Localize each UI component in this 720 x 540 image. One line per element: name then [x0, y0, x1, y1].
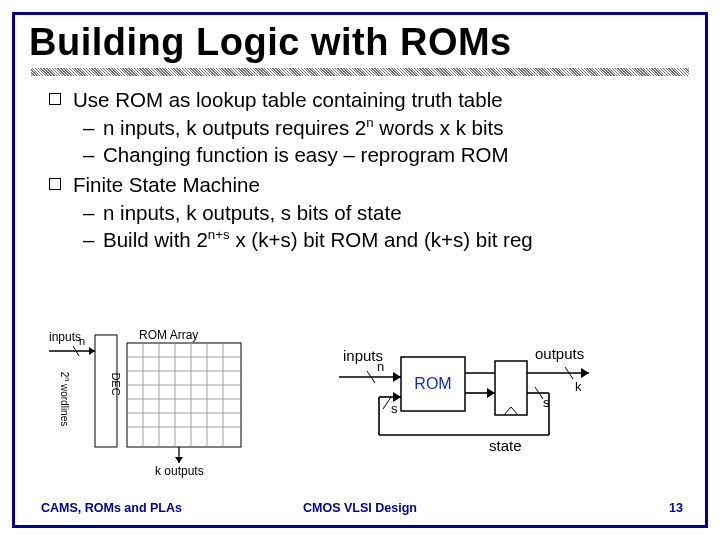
svg-marker-18	[175, 457, 183, 463]
fig-fsm: inputs n ROM outputs k	[339, 345, 589, 454]
bullet-2: Finite State Machine n inputs, k outputs…	[33, 171, 687, 254]
bullet-2-sub-2: Build with 2n+s x (k+s) bit ROM and (k+s…	[73, 226, 687, 254]
svg-marker-21	[393, 372, 401, 382]
footer-page: 13	[669, 501, 683, 515]
fig1-inputs-label: inputs	[49, 330, 81, 344]
fig1-wordlines: 2n wordlines	[59, 372, 71, 427]
fig1-n: n	[79, 335, 85, 347]
title-divider	[31, 68, 689, 76]
bullet-1-text: Use ROM as lookup table containing truth…	[73, 88, 503, 111]
slide-title: Building Logic with ROMs	[15, 15, 705, 68]
fig1-koutputs: k outputs	[155, 464, 204, 478]
fig-rom-array: inputs n DEC 2n wordlines ROM Array	[49, 329, 241, 478]
svg-marker-2	[89, 347, 95, 355]
figures: inputs n DEC 2n wordlines ROM Array	[49, 329, 689, 479]
bullet-1-sub-2: Changing function is easy – reprogram RO…	[73, 141, 687, 169]
svg-rect-4	[127, 343, 241, 447]
bullet-1-sub-1: n inputs, k outputs requires 2n words x …	[73, 114, 687, 142]
bullet-1: Use ROM as lookup table containing truth…	[33, 86, 687, 169]
fig1-dec: DEC	[110, 372, 122, 395]
bullet-2-text: Finite State Machine	[73, 173, 260, 196]
fig2-k: k	[575, 379, 582, 394]
fig2-outputs: outputs	[535, 345, 584, 362]
fig2-state: state	[489, 437, 522, 454]
fig1-romarray-label: ROM Array	[139, 329, 198, 342]
bullet-2-sub-1: n inputs, k outputs, s bits of state	[73, 199, 687, 227]
figures-svg: inputs n DEC 2n wordlines ROM Array	[49, 329, 689, 479]
svg-marker-25	[581, 368, 589, 378]
slide-body: Use ROM as lookup table containing truth…	[15, 86, 705, 254]
svg-marker-28	[487, 388, 495, 398]
svg-line-36	[383, 397, 391, 409]
fig2-rom: ROM	[414, 375, 451, 392]
footer-left: CAMS, ROMs and PLAs	[41, 501, 182, 515]
fig2-s1: s	[391, 401, 398, 416]
fig2-n: n	[377, 359, 384, 374]
footer: CAMS, ROMs and PLAs CMOS VLSI Design 13	[15, 501, 705, 515]
slide-frame: Building Logic with ROMs Use ROM as look…	[12, 12, 708, 528]
